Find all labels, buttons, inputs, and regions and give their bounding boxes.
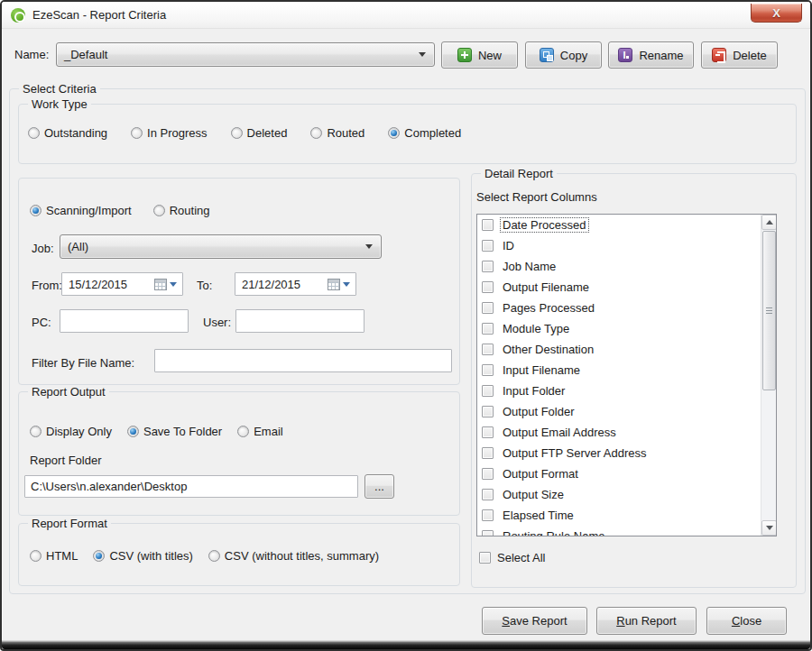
column-row-input-filename[interactable]: Input Filename: [477, 360, 776, 381]
checkbox-icon[interactable]: [482, 406, 494, 417]
radio-icon: [153, 205, 165, 216]
column-row-other-destination[interactable]: Other Destination: [477, 339, 776, 360]
output-radio-display-only[interactable]: Display Only: [30, 425, 112, 438]
worktype-radio-completed[interactable]: Completed: [388, 126, 461, 140]
radio-icon: [237, 426, 249, 437]
select-all-checkbox[interactable]: Select All: [479, 551, 545, 564]
worktype-radio-routed[interactable]: Routed: [310, 126, 364, 140]
report-output-group: Report Output Display Only Save To Folde…: [18, 391, 460, 516]
mode-radio-scanning-import[interactable]: Scanning/Import: [30, 204, 132, 217]
pc-input[interactable]: [60, 310, 188, 332]
column-row-output-filename[interactable]: Output Filename: [477, 277, 776, 298]
select-report-columns-label: Select Report Columns: [476, 190, 597, 204]
column-row-date-processed[interactable]: Date Processed: [477, 215, 776, 235]
radio-icon: [310, 127, 322, 139]
column-row-output-folder[interactable]: Output Folder: [477, 401, 776, 422]
column-row-elapsed-time[interactable]: Elapsed Time: [477, 505, 776, 526]
column-row-id[interactable]: ID: [477, 235, 776, 256]
delete-button[interactable]: Delete: [701, 41, 778, 69]
pc-field-wrap: [60, 309, 189, 333]
column-row-input-folder[interactable]: Input Folder: [477, 381, 776, 401]
column-row-job-name[interactable]: Job Name: [477, 256, 776, 277]
output-radio-email[interactable]: Email: [237, 425, 283, 438]
to-date-picker[interactable]: 21/12/2015: [235, 272, 356, 296]
new-button[interactable]: New: [441, 41, 518, 69]
output-radio-save-to-folder[interactable]: Save To Folder: [127, 425, 222, 438]
format-radio-csv-without-titles[interactable]: CSV (without titles, summary): [208, 549, 379, 563]
worktype-radio-in-progress[interactable]: In Progress: [131, 126, 207, 140]
checkbox-icon[interactable]: [482, 261, 494, 272]
scrollbar-thumb[interactable]: [762, 231, 776, 390]
chevron-down-icon: [419, 52, 426, 57]
checkbox-icon[interactable]: [482, 364, 494, 376]
detail-report-group: Detail Report Select Report Columns Date…: [471, 173, 797, 588]
save-report-button[interactable]: Save Report: [482, 607, 587, 635]
window-title: EzeScan - Report Criteria: [32, 8, 166, 22]
detail-report-title: Detail Report: [481, 167, 557, 180]
rename-button[interactable]: Rename: [608, 41, 694, 69]
column-row-pages-processed[interactable]: Pages Processed: [477, 298, 776, 318]
format-radio-csv-with-titles[interactable]: CSV (with titles): [93, 549, 192, 563]
chevron-down-icon[interactable]: [343, 282, 350, 287]
checkbox-icon[interactable]: [482, 240, 494, 252]
ezescan-logo-icon: [11, 8, 25, 23]
chevron-down-icon: [365, 244, 373, 249]
column-row-output-email-address[interactable]: Output Email Address: [477, 422, 776, 443]
radio-icon: [231, 127, 243, 139]
report-folder-input[interactable]: [25, 476, 357, 497]
user-input[interactable]: [236, 310, 364, 332]
checkbox-icon[interactable]: [482, 219, 494, 231]
report-name-value: _Default: [57, 48, 419, 61]
checkbox-icon[interactable]: [482, 468, 494, 480]
column-row-clipped[interactable]: Routing Rule Name: [477, 526, 776, 536]
checkbox-icon[interactable]: [482, 509, 494, 521]
calendar-icon[interactable]: [154, 279, 167, 290]
report-output-title: Report Output: [28, 385, 109, 399]
report-columns-listbox[interactable]: Date Processed ID Job Name Output Filena…: [476, 214, 777, 536]
new-icon: [457, 48, 472, 62]
close-button[interactable]: X: [751, 4, 802, 23]
delete-icon: [712, 48, 726, 62]
worktype-radio-outstanding[interactable]: Outstanding: [28, 126, 107, 140]
titlebar[interactable]: EzeScan - Report Criteria X: [2, 2, 810, 29]
run-report-button[interactable]: Run Report: [596, 607, 697, 635]
column-row-module-type[interactable]: Module Type: [477, 318, 776, 339]
scroll-up-button[interactable]: [761, 215, 777, 230]
column-row-output-ftp-server-address[interactable]: Output FTP Server Address: [477, 443, 776, 463]
worktype-radio-deleted[interactable]: Deleted: [231, 126, 288, 140]
copy-button[interactable]: Copy: [525, 41, 602, 69]
checkbox-icon[interactable]: [482, 344, 494, 355]
from-date-picker[interactable]: 15/12/2015: [61, 272, 183, 296]
listbox-scrollbar[interactable]: [761, 215, 776, 536]
checkbox-icon[interactable]: [482, 447, 494, 459]
report-criteria-window: EzeScan - Report Criteria X Name: _Defau…: [0, 0, 812, 651]
close-dialog-button[interactable]: Close: [706, 607, 787, 635]
format-radio-html[interactable]: HTML: [30, 549, 78, 563]
checkbox-icon[interactable]: [482, 323, 494, 335]
calendar-icon[interactable]: [328, 279, 340, 290]
checkbox-icon[interactable]: [482, 530, 494, 536]
report-folder-label: Report Folder: [30, 454, 101, 467]
checkbox-icon[interactable]: [482, 302, 494, 314]
from-date-value: 15/12/2015: [62, 278, 154, 291]
checkbox-icon[interactable]: [482, 426, 494, 438]
job-select[interactable]: (All): [60, 234, 382, 259]
checkbox-icon[interactable]: [482, 281, 494, 293]
column-row-output-format[interactable]: Output Format: [477, 463, 776, 484]
radio-icon: [208, 550, 220, 562]
column-row-output-size[interactable]: Output Size: [477, 484, 776, 505]
report-output-radio-row: Display Only Save To Folder Email: [30, 425, 283, 438]
report-name-select[interactable]: _Default: [56, 42, 435, 67]
checkbox-icon[interactable]: [482, 385, 494, 397]
chevron-down-icon[interactable]: [170, 282, 177, 287]
mode-radio-routing[interactable]: Routing: [153, 204, 210, 217]
checkbox-icon[interactable]: [482, 489, 494, 500]
report-format-title: Report Format: [28, 517, 111, 530]
filter-panel-group: Scanning/Import Routing Job: (All) From:…: [18, 178, 460, 385]
to-date-value: 21/12/2015: [235, 278, 328, 291]
browse-folder-button[interactable]: ...: [364, 474, 394, 499]
file-filter-input[interactable]: [155, 350, 451, 371]
select-criteria-title: Select Criteria: [19, 82, 100, 96]
radio-icon: [30, 426, 42, 437]
scroll-down-button[interactable]: [761, 520, 777, 536]
